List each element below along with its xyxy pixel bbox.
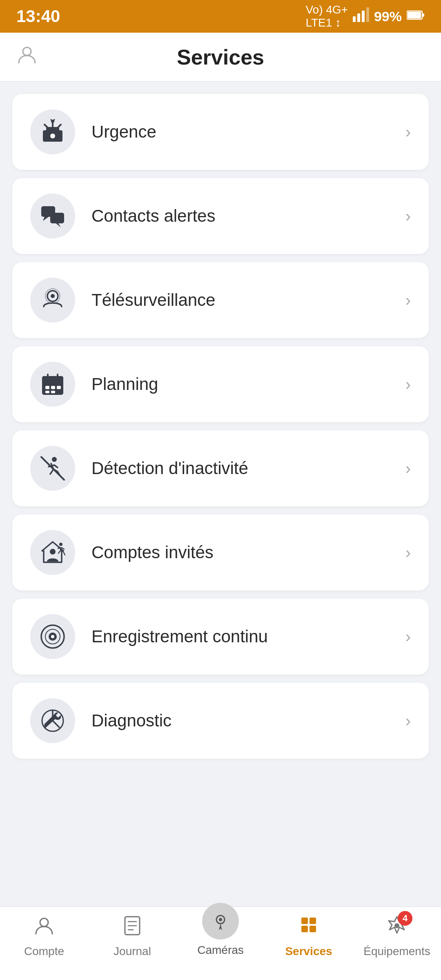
enregistrement-icon-wrap — [30, 614, 75, 659]
equipements-badge: 4 — [398, 911, 412, 926]
planning-icon-wrap — [30, 362, 75, 407]
svg-marker-18 — [43, 217, 49, 221]
nav-item-services[interactable]: Services — [265, 915, 353, 958]
contacts-alertes-icon-wrap — [30, 194, 75, 238]
comptes-invites-label: Comptes invités — [91, 543, 389, 562]
nav-item-equipements[interactable]: 4 Équipements — [353, 915, 441, 958]
service-item-contacts-alertes[interactable]: Contacts alertes › — [12, 178, 429, 254]
urgence-label: Urgence — [91, 122, 389, 142]
service-item-comptes-invites[interactable]: Comptes invités › — [12, 514, 429, 590]
guest-icon — [40, 539, 66, 566]
network-icon: Vo) 4G+LTE1 ↕ — [305, 3, 348, 29]
detection-inactivite-chevron: › — [405, 459, 411, 478]
service-item-enregistrement-continu[interactable]: Enregistrement continu › — [12, 599, 429, 675]
status-time: 13:40 — [16, 7, 60, 26]
service-item-diagnostic[interactable]: Diagnostic › — [12, 683, 429, 759]
svg-rect-33 — [51, 391, 55, 393]
detection-inactivite-label: Détection d'inactivité — [91, 459, 389, 478]
svg-point-46 — [40, 918, 48, 927]
svg-point-37 — [50, 549, 56, 555]
equipements-nav-label: Équipements — [363, 945, 430, 958]
service-item-urgence[interactable]: Urgence › — [12, 94, 429, 170]
svg-rect-30 — [51, 386, 55, 389]
svg-rect-54 — [310, 918, 316, 924]
telesurveillance-icon-wrap — [30, 278, 75, 323]
chat-icon — [40, 203, 66, 229]
svg-line-45 — [53, 721, 59, 727]
urgence-icon-wrap — [30, 109, 75, 154]
user-profile-icon[interactable] — [16, 44, 38, 70]
page-title: Services — [177, 45, 264, 69]
svg-line-12 — [45, 125, 48, 128]
journal-nav-label: Journal — [114, 945, 151, 958]
alarm-icon — [40, 119, 66, 145]
svg-point-16 — [50, 134, 55, 138]
services-list: Urgence › Contacts alertes › Télésurveil… — [0, 82, 441, 832]
services-nav-icon — [298, 915, 319, 941]
svg-rect-19 — [50, 213, 64, 223]
svg-line-13 — [58, 125, 61, 128]
diagnostic-label: Diagnostic — [91, 711, 389, 731]
svg-rect-53 — [301, 918, 308, 924]
svg-point-34 — [52, 457, 57, 462]
nav-item-journal[interactable]: Journal — [88, 915, 176, 958]
enregistrement-continu-chevron: › — [405, 628, 411, 646]
header: Services — [0, 33, 441, 82]
battery-icon — [407, 9, 425, 24]
svg-point-52 — [219, 918, 222, 921]
comptes-invites-chevron: › — [405, 543, 411, 562]
equipements-nav-icon: 4 — [386, 915, 408, 941]
planning-chevron: › — [405, 375, 411, 394]
svg-rect-1 — [357, 13, 360, 22]
svg-rect-3 — [366, 7, 369, 22]
svg-marker-20 — [56, 223, 61, 227]
contacts-alertes-label: Contacts alertes — [91, 206, 389, 226]
svg-rect-26 — [42, 381, 63, 383]
bottom-navigation: Compte Journal Caméras — [0, 906, 441, 980]
journal-nav-icon — [122, 915, 143, 941]
svg-point-7 — [23, 47, 31, 56]
contacts-alertes-chevron: › — [405, 207, 411, 225]
service-item-telesurveillance[interactable]: Télésurveillance › — [12, 262, 429, 338]
services-nav-label: Services — [285, 945, 332, 958]
status-bar: 13:40 Vo) 4G+LTE1 ↕ 99% — [0, 0, 441, 33]
nav-item-cameras[interactable]: Caméras — [176, 903, 265, 957]
detection-icon — [40, 455, 66, 481]
record-icon — [40, 624, 66, 650]
signal-bars — [353, 7, 369, 25]
svg-point-22 — [51, 294, 55, 298]
svg-point-42 — [51, 635, 54, 638]
diagnostic-chevron: › — [405, 712, 411, 730]
nav-item-compte[interactable]: Compte — [0, 915, 88, 958]
svg-rect-32 — [45, 391, 49, 393]
compte-nav-label: Compte — [24, 945, 64, 958]
svg-rect-6 — [422, 13, 424, 17]
svg-rect-31 — [57, 386, 61, 389]
status-icons: Vo) 4G+LTE1 ↕ 99% — [305, 3, 425, 29]
comptes-invites-icon-wrap — [30, 530, 75, 575]
svg-rect-5 — [408, 12, 421, 18]
svg-rect-2 — [362, 11, 365, 22]
enregistrement-continu-label: Enregistrement continu — [91, 627, 389, 646]
svg-rect-56 — [310, 926, 316, 932]
svg-point-38 — [59, 543, 62, 546]
urgence-chevron: › — [405, 123, 411, 141]
telesurveillance-label: Télésurveillance — [91, 290, 389, 310]
svg-rect-55 — [301, 926, 308, 932]
svg-rect-0 — [353, 16, 356, 22]
planning-label: Planning — [91, 374, 389, 394]
service-item-detection-inactivite[interactable]: Détection d'inactivité › — [12, 430, 429, 506]
diagnostic-icon — [40, 708, 66, 734]
service-item-planning[interactable]: Planning › — [12, 346, 429, 422]
calendar-icon — [40, 371, 66, 397]
compte-nav-icon — [33, 915, 55, 941]
svg-rect-29 — [45, 386, 49, 389]
diagnostic-icon-wrap — [30, 698, 75, 743]
telesurveillance-chevron: › — [405, 291, 411, 310]
battery-level: 99% — [374, 9, 402, 24]
surveillance-icon — [40, 287, 66, 313]
detection-icon-wrap — [30, 446, 75, 491]
cameras-nav-label: Caméras — [197, 944, 244, 957]
svg-point-57 — [394, 923, 399, 928]
